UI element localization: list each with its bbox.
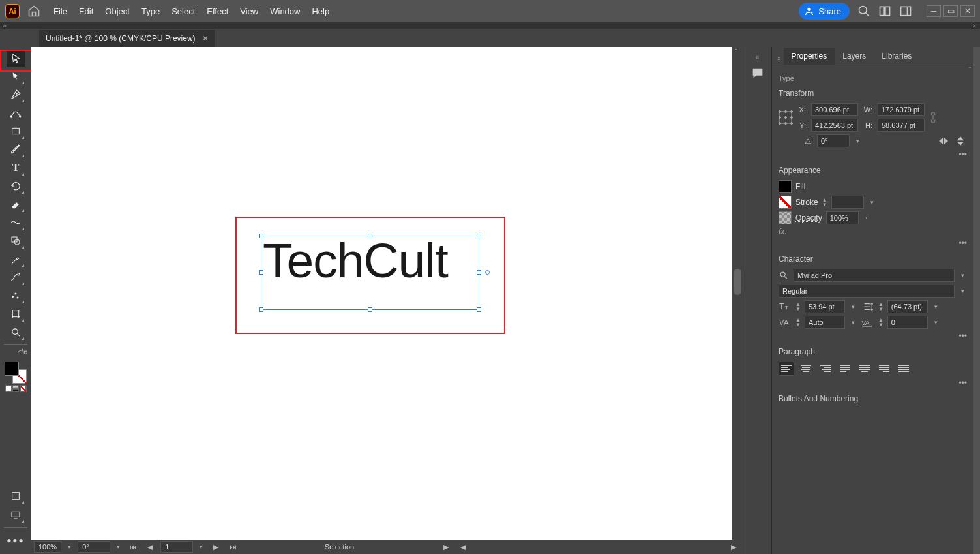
chevron-down-icon[interactable]: ▾: [197, 544, 205, 550]
more-options-icon[interactable]: •••: [953, 331, 967, 341]
comments-icon[interactable]: [750, 66, 765, 80]
opacity-field[interactable]: [826, 211, 859, 224]
menu-edit[interactable]: Edit: [79, 7, 93, 16]
panel-scroll-up-icon[interactable]: ˆ: [969, 67, 971, 74]
resize-handle[interactable]: [368, 234, 372, 238]
vertical-scrollbar[interactable]: ˆ: [732, 47, 743, 540]
opacity-swatch[interactable]: [779, 211, 792, 224]
artboard[interactable]: TechCult: [31, 47, 743, 554]
chevron-down-icon[interactable]: ▾: [849, 319, 857, 326]
chevron-down-icon[interactable]: ▾: [932, 319, 940, 326]
flip-vertical-icon[interactable]: [954, 135, 967, 147]
leading-field[interactable]: [887, 300, 928, 313]
align-right-button[interactable]: [818, 362, 833, 376]
chevron-down-icon[interactable]: ▾: [849, 303, 857, 310]
chevron-down-icon[interactable]: ▾: [868, 199, 876, 206]
font-size-stepper[interactable]: ▲▼: [795, 302, 801, 311]
document-tab[interactable]: Untitled-1* @ 100 % (CMYK/CPU Preview) ✕: [39, 30, 215, 47]
menu-select[interactable]: Select: [171, 7, 195, 16]
stroke-stepper[interactable]: ▲▼: [822, 198, 827, 207]
kerning-stepper[interactable]: ▲▼: [795, 318, 801, 327]
resize-handle[interactable]: [259, 234, 263, 238]
chevron-down-icon[interactable]: ▾: [958, 288, 967, 294]
justify-center-button[interactable]: [857, 362, 872, 376]
close-tab-icon[interactable]: ✕: [202, 34, 209, 43]
artboard-field[interactable]: 1: [160, 541, 193, 553]
screen-mode-button[interactable]: [7, 506, 25, 523]
chevron-down-icon[interactable]: ▾: [65, 544, 74, 550]
chevron-right-icon[interactable]: ›: [863, 215, 870, 221]
direct-selection-tool[interactable]: [7, 68, 25, 85]
share-button[interactable]: Share: [799, 3, 850, 20]
scroll-right-icon[interactable]: ▶: [727, 541, 740, 553]
menu-file[interactable]: File: [53, 7, 67, 16]
nav-prev-icon[interactable]: ◀: [456, 541, 469, 553]
justify-left-button[interactable]: [837, 362, 853, 376]
tab-libraries[interactable]: Libraries: [874, 48, 919, 65]
next-artboard-icon[interactable]: ▶: [209, 541, 222, 553]
more-options-icon[interactable]: •••: [953, 239, 967, 248]
scrollbar-thumb[interactable]: [734, 269, 741, 295]
x-field[interactable]: [811, 103, 858, 116]
menu-effect[interactable]: Effect: [207, 7, 228, 16]
width-tool[interactable]: [7, 214, 25, 231]
flip-horizontal-icon[interactable]: [937, 135, 950, 147]
tab-layers[interactable]: Layers: [835, 48, 874, 65]
workspace-switcher-icon[interactable]: [899, 5, 912, 18]
kerning-field[interactable]: [805, 316, 845, 329]
selection-bounding-box[interactable]: [261, 236, 479, 310]
constrain-proportions-icon[interactable]: [928, 111, 938, 124]
type-tool[interactable]: T: [7, 159, 25, 176]
font-search-icon[interactable]: [779, 269, 790, 281]
paintbrush-tool[interactable]: [7, 141, 25, 158]
resize-handle[interactable]: [368, 307, 372, 312]
last-artboard-icon[interactable]: ⏭: [226, 541, 239, 553]
align-left-button[interactable]: [779, 362, 794, 376]
curvature-tool[interactable]: [7, 104, 25, 121]
arrange-docs-icon[interactable]: [878, 5, 891, 18]
chevron-down-icon[interactable]: ▾: [854, 138, 862, 144]
resize-handle[interactable]: [477, 307, 481, 312]
w-field[interactable]: [878, 103, 925, 116]
h-field[interactable]: [878, 119, 925, 132]
fill-swatch[interactable]: [779, 180, 792, 193]
collapse-panel-icon[interactable]: »: [775, 52, 784, 65]
nav-next-icon[interactable]: ▶: [439, 541, 453, 553]
tracking-field[interactable]: [887, 316, 928, 329]
eyedropper-tool[interactable]: [7, 251, 25, 268]
expand-dock-icon[interactable]: «: [756, 54, 760, 61]
menu-type[interactable]: Type: [141, 7, 160, 16]
more-options-icon[interactable]: •••: [953, 150, 967, 159]
artboard-tool[interactable]: [7, 305, 25, 322]
close-button[interactable]: ✕: [960, 5, 975, 17]
font-style-field[interactable]: [779, 285, 955, 298]
draw-mode-button[interactable]: [7, 487, 25, 504]
gradient-tool[interactable]: [7, 269, 25, 286]
font-size-field[interactable]: [805, 300, 845, 313]
menu-window[interactable]: Window: [270, 7, 300, 16]
menu-help[interactable]: Help: [312, 7, 329, 16]
swap-fill-stroke-icon[interactable]: [17, 348, 27, 358]
minimize-button[interactable]: ─: [927, 5, 941, 17]
selection-tool[interactable]: [7, 50, 25, 67]
resize-handle[interactable]: [259, 270, 263, 275]
menu-object[interactable]: Object: [105, 7, 130, 16]
chevron-down-icon[interactable]: ▾: [114, 544, 123, 550]
resize-handle[interactable]: [477, 234, 481, 238]
more-options-icon[interactable]: •••: [953, 378, 967, 388]
chevron-down-icon[interactable]: ▾: [958, 272, 967, 279]
fill-stroke-indicator[interactable]: [5, 362, 27, 384]
leading-stepper[interactable]: ▲▼: [878, 302, 883, 311]
zoom-tool[interactable]: [7, 324, 25, 341]
anchor-handle[interactable]: [485, 270, 490, 275]
rotate-tool[interactable]: [7, 177, 25, 194]
eraser-tool[interactable]: [7, 196, 25, 213]
tracking-stepper[interactable]: ▲▼: [878, 318, 883, 327]
justify-right-button[interactable]: [876, 362, 892, 376]
align-center-button[interactable]: [798, 362, 814, 376]
prev-artboard-icon[interactable]: ◀: [143, 541, 156, 553]
rectangle-tool[interactable]: [7, 123, 25, 140]
symbol-sprayer-tool[interactable]: [7, 287, 25, 304]
font-family-field[interactable]: [794, 269, 955, 282]
first-artboard-icon[interactable]: ⏮: [126, 541, 140, 553]
